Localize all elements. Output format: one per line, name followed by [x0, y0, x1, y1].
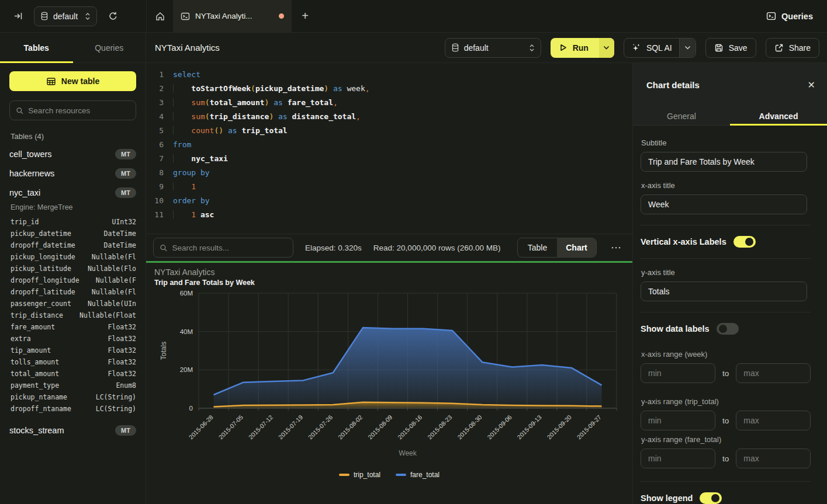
- y-range-fare-min-input[interactable]: [641, 449, 715, 468]
- column-row: payment_typeEnum8: [9, 380, 136, 391]
- secondary-header: TablesQueries NYTaxi Analytics default R…: [0, 33, 827, 63]
- divider: [640, 481, 811, 482]
- chart-legend: trip_totalfare_total: [154, 471, 624, 479]
- legend-item-trip_total[interactable]: trip_total: [339, 471, 380, 479]
- run-options-button[interactable]: [599, 38, 614, 58]
- tab-nytaxi-analytics[interactable]: NYTaxi Analyti...: [174, 0, 292, 32]
- table-row-stocks_stream[interactable]: stocks_streamMT: [9, 420, 136, 440]
- panel-tab-general[interactable]: General: [633, 107, 730, 125]
- table-row-cell_towers[interactable]: cell_towersMT: [9, 144, 136, 164]
- view-toggle-chart[interactable]: Chart: [557, 238, 596, 257]
- subtitle-input[interactable]: [641, 152, 807, 172]
- close-icon[interactable]: ✕: [808, 79, 815, 91]
- table-row-hackernews[interactable]: hackernewsMT: [9, 164, 136, 183]
- home-tab[interactable]: [147, 0, 174, 32]
- x-axis-title-input[interactable]: [641, 194, 807, 214]
- column-name: trip_id: [11, 216, 39, 228]
- column-row: pickup_ntanameLC(String): [9, 391, 136, 403]
- vertical-x-axis-labels-toggle[interactable]: [733, 236, 756, 248]
- column-row: total_amountFloat32: [9, 368, 136, 380]
- updown-chevrons-icon: [85, 12, 91, 20]
- run-button-group: Run: [551, 38, 614, 58]
- column-row: pickup_datetimeDateTime: [9, 228, 136, 239]
- sidebar-search[interactable]: [9, 100, 136, 120]
- run-database-selector[interactable]: default: [445, 38, 541, 58]
- line-number: 3: [146, 96, 164, 110]
- legend-label: fare_total: [410, 471, 440, 479]
- refresh-icon[interactable]: [105, 9, 120, 24]
- sql-ai-options-button[interactable]: [679, 39, 695, 57]
- editor-header: NYTaxi Analytics default Run: [146, 33, 827, 62]
- sidebar-search-input[interactable]: [28, 106, 130, 115]
- new-table-button[interactable]: New table: [9, 71, 136, 91]
- database-selector-value: default: [53, 12, 78, 21]
- legend-swatch: [396, 474, 406, 476]
- x-tick-label: 2015-08-16: [396, 413, 424, 441]
- sql-editor[interactable]: 1select2 toStartOfWeek(pickup_datetime) …: [146, 63, 632, 234]
- database-icon: [451, 43, 459, 52]
- save-icon: [714, 43, 724, 53]
- table-engine: Engine: MergeTree: [11, 203, 136, 211]
- column-name: pickup_ntaname: [11, 391, 67, 403]
- toggle-knob: [711, 494, 719, 502]
- divider: [640, 258, 811, 259]
- x-tick-label: 2015-08-30: [456, 413, 483, 441]
- sidebar-tabs: TablesQueries: [0, 33, 146, 62]
- show-legend-label: Show legend: [641, 493, 693, 503]
- save-button[interactable]: Save: [705, 38, 756, 58]
- topbar-left: default: [0, 0, 146, 32]
- line-number: 5: [146, 124, 164, 138]
- run-button[interactable]: Run: [551, 43, 599, 53]
- more-options-button[interactable]: ⋯: [608, 241, 624, 254]
- x-tick-label: 2015-07-12: [247, 413, 275, 441]
- panel-tab-advanced[interactable]: Advanced: [730, 107, 827, 125]
- share-button[interactable]: Share: [766, 38, 819, 58]
- y-axis-title-label: y-axis title: [641, 268, 807, 277]
- table-name: cell_towers: [9, 150, 52, 159]
- new-tab-button[interactable]: +: [292, 0, 319, 32]
- view-toggle-table[interactable]: Table: [518, 238, 557, 257]
- toggle-knob: [719, 325, 727, 333]
- code-line: 5 count() as trip_total: [146, 124, 632, 138]
- code-line: 6from: [146, 138, 632, 152]
- run-database-value: default: [464, 43, 489, 53]
- column-type: Enum8: [116, 380, 136, 391]
- results-search-input[interactable]: [172, 244, 287, 252]
- table-icon: [46, 77, 56, 86]
- sql-ai-button[interactable]: SQL AI: [624, 43, 679, 53]
- app-window: default NYTaxi Analyti... + Queries: [0, 0, 827, 504]
- sidebar-tab-queries[interactable]: Queries: [73, 33, 146, 62]
- show-legend-toggle[interactable]: [700, 492, 722, 504]
- series-fare-total-area: [214, 328, 602, 408]
- home-icon: [155, 11, 165, 22]
- column-type: UInt32: [112, 216, 136, 228]
- toggle-knob: [745, 238, 753, 246]
- y-axis-title-input[interactable]: [641, 281, 807, 301]
- x-range-max-input[interactable]: [736, 363, 811, 383]
- y-range-trip-max-input[interactable]: [736, 411, 811, 430]
- x-tick-label: 2015-08-23: [426, 413, 454, 441]
- table-name: hackernews: [9, 169, 54, 178]
- code-line: 9 1: [146, 180, 632, 194]
- legend-item-fare_total[interactable]: fare_total: [396, 471, 440, 479]
- y-range-trip-min-input[interactable]: [641, 411, 715, 430]
- queries-button[interactable]: Queries: [766, 11, 813, 21]
- console-icon: [181, 12, 190, 21]
- show-data-labels-toggle[interactable]: [717, 323, 739, 335]
- results-search[interactable]: [153, 238, 293, 258]
- column-type: Nullable(Float: [79, 310, 136, 321]
- collapse-sidebar-icon[interactable]: [11, 9, 26, 24]
- table-row-nyc_taxi[interactable]: nyc_taxiMT: [9, 183, 136, 202]
- chart-canvas[interactable]: 020M40M60MTotals2015-06-282015-07-052015…: [146, 287, 632, 461]
- database-selector[interactable]: default: [34, 6, 97, 26]
- y-range-trip-label: y-axis range (trip_total): [641, 397, 807, 406]
- column-row: dropoff_longitudeNullable(F: [9, 274, 136, 286]
- y-range-fare-max-input[interactable]: [736, 449, 811, 468]
- x-range-min-input[interactable]: [641, 363, 715, 383]
- line-number: 11: [146, 208, 164, 222]
- column-row: dropoff_ntanameLC(String): [9, 403, 136, 415]
- column-name: dropoff_datetime: [11, 239, 75, 251]
- vertical-x-axis-labels-label: Vertical x-axis Labels: [641, 237, 726, 246]
- sidebar-tab-tables[interactable]: Tables: [0, 33, 73, 62]
- column-type: Float32: [108, 368, 136, 380]
